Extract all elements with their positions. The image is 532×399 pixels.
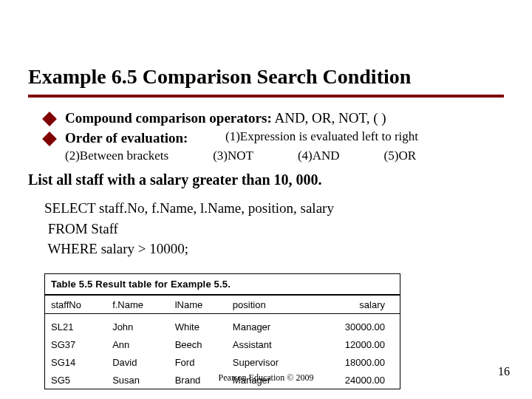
cell: SG5 [45,371,106,389]
eval-rule: (5)OR [384,149,416,163]
cell: SL21 [45,314,106,336]
table-header-row: staffNo f.Name lName position salary [45,296,400,314]
diamond-icon [42,112,57,126]
slide-title: Example 6.5 Comparison Search Condition [28,65,504,93]
cell: John [106,314,169,336]
sql-line: SELECT staff.No, f.Name, l.Name, positio… [44,200,334,216]
caption-bold: Table 5.5 [51,279,92,290]
bullet-label: Order of evaluation: [65,130,188,146]
caption-rest: Result table for Example 5.5. [92,279,231,290]
cell: Susan [106,371,169,389]
title-area: Example 6.5 Comparison Search Condition [28,65,504,98]
cell: 24000.00 [311,371,400,389]
cell: Ann [106,335,169,353]
cell: White [169,314,227,336]
slide: Example 6.5 Comparison Search Condition … [0,0,532,399]
cell: 18000.00 [311,353,400,371]
table-row: SL21 John White Manager 30000.00 [45,314,400,336]
eval-rule-inline: (1)Expression is evaluated left to right [225,129,525,144]
cell: 30000.00 [311,314,400,336]
sql-block: SELECT staff.No, f.Name, l.Name, positio… [44,198,334,259]
table-row: SG14 David Ford Supervisor 18000.00 [45,353,400,371]
cell: 12000.00 [311,335,400,353]
cell: Assistant [227,335,311,353]
cell: SG14 [45,353,106,371]
bullet-text: Compound comparison operators: AND, OR, … [65,109,510,128]
sql-line: WHERE salary > 10000; [44,241,188,256]
col-header: f.Name [106,296,169,314]
table-caption: Table 5.5 Result table for Example 5.5. [45,274,400,296]
diamond-icon [42,132,57,146]
cell: SG37 [45,335,106,353]
table-row: SG37 Ann Beech Assistant 12000.00 [45,335,400,353]
title-underline [28,95,504,98]
eval-rule: (2)Between brackets [65,149,168,163]
eval-rule: (3)NOT [213,149,253,163]
eval-rule: (4)AND [298,149,340,163]
cell: Ford [169,353,227,371]
eval-rules-row: (2)Between brackets (3)NOT (4)AND (5)OR [65,149,525,163]
col-header: staffNo [45,296,106,314]
cell: Beech [169,335,227,353]
bullet-item: Compound comparison operators: AND, OR, … [44,109,510,128]
footer-center: Pearson Education © 2009 [219,372,314,383]
col-header: position [227,296,311,314]
page-number: 16 [498,365,510,378]
col-header: salary [311,296,400,314]
question-prompt: List all staff with a salary greater tha… [28,171,510,188]
bullet-label: Compound comparison operators: [65,110,272,126]
bullet-rest: AND, OR, NOT, ( ) [272,110,386,126]
cell: Supervisor [227,353,311,371]
col-header: lName [169,296,227,314]
cell: Manager [227,314,311,336]
cell: David [106,353,169,371]
sql-line: FROM Staff [44,221,118,236]
